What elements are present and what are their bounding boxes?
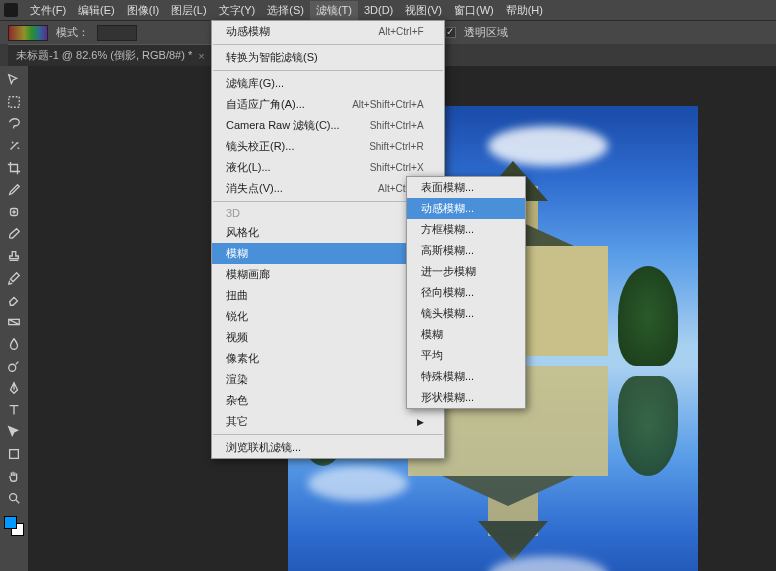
menu-window[interactable]: 窗口(W) <box>448 1 500 20</box>
pen-tool[interactable] <box>3 378 25 398</box>
close-tab-icon[interactable]: × <box>198 50 204 62</box>
document-title: 未标题-1 @ 82.6% (倒影, RGB/8#) * <box>16 48 192 63</box>
eyedropper-tool[interactable] <box>3 180 25 200</box>
shape-tool[interactable] <box>3 444 25 464</box>
app-logo <box>4 3 18 17</box>
stamp-tool[interactable] <box>3 246 25 266</box>
menu-select[interactable]: 选择(S) <box>261 1 310 20</box>
mode-select[interactable] <box>97 25 137 41</box>
filter-last[interactable]: 动感模糊Alt+Ctrl+F <box>212 21 444 42</box>
blur-radial[interactable]: 径向模糊... <box>407 282 525 303</box>
menu-filter[interactable]: 滤镜(T) <box>310 1 358 20</box>
menu-image[interactable]: 图像(I) <box>121 1 165 20</box>
blur-submenu: 表面模糊... 动感模糊... 方框模糊... 高斯模糊... 进一步模糊 径向… <box>406 176 526 409</box>
marquee-tool[interactable] <box>3 92 25 112</box>
svg-rect-0 <box>9 97 20 108</box>
move-tool[interactable] <box>3 70 25 90</box>
menu-layer[interactable]: 图层(L) <box>165 1 212 20</box>
menubar: 文件(F) 编辑(E) 图像(I) 图层(L) 文字(Y) 选择(S) 滤镜(T… <box>0 0 776 20</box>
menu-type[interactable]: 文字(Y) <box>213 1 262 20</box>
mode-label: 模式： <box>56 25 89 40</box>
gradient-preview[interactable] <box>8 25 48 41</box>
gradient-tool[interactable] <box>3 312 25 332</box>
crop-tool[interactable] <box>3 158 25 178</box>
healing-tool[interactable] <box>3 202 25 222</box>
blur-further[interactable]: 进一步模糊 <box>407 261 525 282</box>
menu-3d[interactable]: 3D(D) <box>358 2 399 18</box>
menu-edit[interactable]: 编辑(E) <box>72 1 121 20</box>
menu-help[interactable]: 帮助(H) <box>500 1 549 20</box>
blur-average[interactable]: 平均 <box>407 345 525 366</box>
blur-box[interactable]: 方框模糊... <box>407 219 525 240</box>
blur-blur[interactable]: 模糊 <box>407 324 525 345</box>
hand-tool[interactable] <box>3 466 25 486</box>
blur-gaussian[interactable]: 高斯模糊... <box>407 240 525 261</box>
path-tool[interactable] <box>3 422 25 442</box>
blur-special[interactable]: 特殊模糊... <box>407 366 525 387</box>
color-swatches[interactable] <box>4 516 24 536</box>
filter-smart[interactable]: 转换为智能滤镜(S) <box>212 47 444 68</box>
blur-surface[interactable]: 表面模糊... <box>407 177 525 198</box>
eraser-tool[interactable] <box>3 290 25 310</box>
filter-gallery[interactable]: 滤镜库(G)... <box>212 73 444 94</box>
filter-camera[interactable]: Camera Raw 滤镜(C)...Shift+Ctrl+A <box>212 115 444 136</box>
wand-tool[interactable] <box>3 136 25 156</box>
brush-tool[interactable] <box>3 224 25 244</box>
filter-adaptive[interactable]: 自适应广角(A)...Alt+Shift+Ctrl+A <box>212 94 444 115</box>
filter-browse[interactable]: 浏览联机滤镜... <box>212 437 444 458</box>
filter-other[interactable]: 其它▶ <box>212 411 444 432</box>
filter-lens[interactable]: 镜头校正(R)...Shift+Ctrl+R <box>212 136 444 157</box>
menu-view[interactable]: 视图(V) <box>399 1 448 20</box>
menu-file[interactable]: 文件(F) <box>24 1 72 20</box>
svg-rect-4 <box>10 450 19 459</box>
blur-shape[interactable]: 形状模糊... <box>407 387 525 408</box>
blur-lens[interactable]: 镜头模糊... <box>407 303 525 324</box>
transparency-checkbox[interactable] <box>445 27 456 38</box>
zoom-tool[interactable] <box>3 488 25 508</box>
transparency-label: 透明区域 <box>464 25 508 40</box>
svg-point-3 <box>9 364 16 371</box>
history-brush-tool[interactable] <box>3 268 25 288</box>
type-tool[interactable] <box>3 400 25 420</box>
blur-tool[interactable] <box>3 334 25 354</box>
dodge-tool[interactable] <box>3 356 25 376</box>
filter-liquify[interactable]: 液化(L)...Shift+Ctrl+X <box>212 157 444 178</box>
svg-point-5 <box>10 494 17 501</box>
document-tab[interactable]: 未标题-1 @ 82.6% (倒影, RGB/8#) * × <box>8 44 213 66</box>
blur-motion[interactable]: 动感模糊... <box>407 198 525 219</box>
lasso-tool[interactable] <box>3 114 25 134</box>
tools-panel <box>0 66 28 571</box>
